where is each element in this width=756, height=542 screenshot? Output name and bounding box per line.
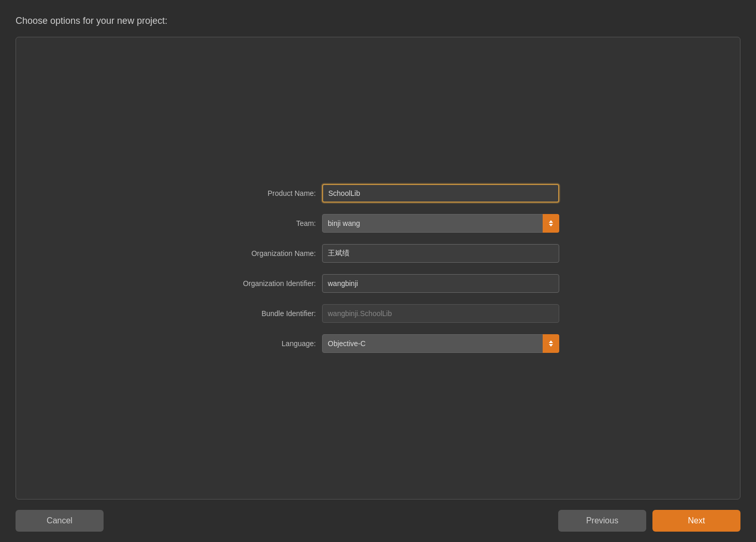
team-select-wrapper[interactable]: binji wang xyxy=(322,214,559,233)
team-label: Team: xyxy=(197,219,316,227)
previous-button[interactable]: Previous xyxy=(558,510,646,532)
org-name-label: Organization Name: xyxy=(197,249,316,258)
cancel-button[interactable]: Cancel xyxy=(16,510,104,532)
product-name-label: Product Name: xyxy=(197,189,316,197)
bundle-id-label: Bundle Identifier: xyxy=(197,309,316,318)
footer-left: Cancel xyxy=(16,510,104,532)
form-container: Product Name: Team: binji wang Organizat… xyxy=(197,184,559,353)
footer: Cancel Previous Next xyxy=(16,500,740,532)
language-select[interactable]: Objective-C Swift xyxy=(322,334,559,353)
org-name-input[interactable] xyxy=(322,244,559,263)
bundle-id-row: Bundle Identifier: xyxy=(197,304,559,323)
language-select-wrapper[interactable]: Objective-C Swift xyxy=(322,334,559,353)
team-select[interactable]: binji wang xyxy=(322,214,559,233)
language-label: Language: xyxy=(197,339,316,348)
next-button[interactable]: Next xyxy=(652,510,740,532)
main-panel: Product Name: Team: binji wang Organizat… xyxy=(16,37,740,500)
product-name-row: Product Name: xyxy=(197,184,559,203)
language-row: Language: Objective-C Swift xyxy=(197,334,559,353)
bundle-id-input xyxy=(322,304,559,323)
team-row: Team: binji wang xyxy=(197,214,559,233)
org-id-label: Organization Identifier: xyxy=(197,279,316,288)
org-id-row: Organization Identifier: xyxy=(197,274,559,293)
org-id-input[interactable] xyxy=(322,274,559,293)
footer-right: Previous Next xyxy=(558,510,740,532)
org-name-row: Organization Name: xyxy=(197,244,559,263)
product-name-input[interactable] xyxy=(322,184,559,203)
page-title: Choose options for your new project: xyxy=(16,16,740,26)
